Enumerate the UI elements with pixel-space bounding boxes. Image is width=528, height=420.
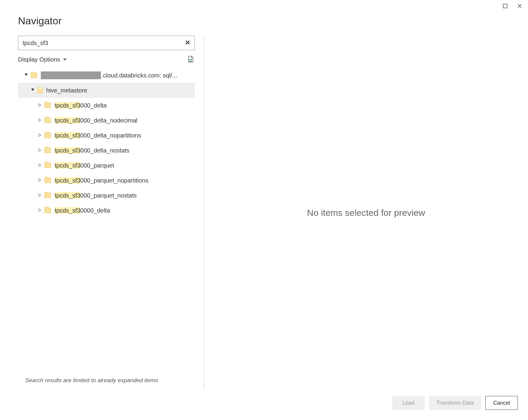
expand-icon[interactable] <box>37 133 43 137</box>
navigator-dialog: Navigator Display Options <box>0 0 528 420</box>
tree-schema-item[interactable]: tpcds_sf3000_parquet_nostats <box>18 188 195 203</box>
tree-schema-item[interactable]: tpcds_sf3000_parquet <box>18 158 195 173</box>
schema-label: tpcds_sf3000_delta_nopartitions <box>55 132 141 139</box>
schema-label: tpcds_sf3000_parquet <box>55 162 114 169</box>
folder-icon <box>44 148 51 153</box>
tree-database-hive-metastore[interactable]: hive_metastore <box>18 83 195 98</box>
chevron-down-icon <box>63 59 67 61</box>
svg-marker-8 <box>38 119 41 122</box>
cancel-button[interactable]: Cancel <box>485 396 518 410</box>
tree-schema-item[interactable]: tpcds_sf3000_delta <box>18 98 195 113</box>
expand-icon[interactable] <box>37 193 43 198</box>
expand-icon[interactable] <box>37 148 43 153</box>
schema-label: tpcds_sf3000_delta <box>55 102 107 109</box>
expand-icon[interactable] <box>37 118 43 122</box>
tree-root-connection[interactable]: .cloud.databricks.com: sql/... <box>18 68 195 83</box>
refresh-button[interactable] <box>187 55 195 64</box>
folder-icon <box>44 163 51 168</box>
folder-icon <box>44 118 51 123</box>
svg-marker-13 <box>38 194 41 197</box>
schema-label: tpcds_sf30000_delta <box>55 207 110 214</box>
folder-icon <box>44 133 51 138</box>
dialog-button-bar: Load Transform Data Cancel <box>392 396 518 410</box>
schema-label: tpcds_sf3000_parquet_nopartitions <box>55 177 148 184</box>
svg-marker-10 <box>38 149 41 152</box>
connection-label-suffix: .cloud.databricks.com: sql/... <box>101 72 177 79</box>
dialog-title: Navigator <box>0 12 528 27</box>
preview-empty-message: No items selected for preview <box>307 208 425 218</box>
schema-label: tpcds_sf3000_delta_nodecimal <box>55 117 137 124</box>
tree-schema-item[interactable]: tpcds_sf3000_delta_nostats <box>18 143 195 158</box>
svg-marker-11 <box>38 164 41 167</box>
close-icon <box>185 40 190 45</box>
search-limit-hint: Search results are limited to already ex… <box>18 373 195 384</box>
maximize-icon <box>503 4 508 8</box>
tree-schema-item[interactable]: tpcds_sf30000_delta <box>18 203 195 218</box>
load-button[interactable]: Load <box>392 396 425 410</box>
clear-search-button[interactable] <box>184 39 192 47</box>
database-label: hive_metastore <box>46 87 87 94</box>
schema-label: tpcds_sf3000_parquet_nostats <box>55 192 137 199</box>
folder-icon <box>44 208 51 213</box>
folder-icon <box>31 73 37 78</box>
svg-marker-14 <box>38 209 41 212</box>
svg-marker-6 <box>31 89 34 91</box>
navigator-left-panel: Display Options <box>18 36 204 390</box>
svg-marker-9 <box>38 134 41 137</box>
refresh-file-icon <box>188 56 194 63</box>
transform-data-button[interactable]: Transform Data <box>429 396 481 410</box>
tree-schema-item[interactable]: tpcds_sf3000_delta_nodecimal <box>18 113 195 128</box>
svg-marker-12 <box>38 179 41 182</box>
display-options-dropdown[interactable]: Display Options <box>18 56 67 63</box>
expand-icon[interactable] <box>37 103 43 107</box>
close-window-button[interactable] <box>517 3 523 9</box>
schema-label: tpcds_sf3000_delta_nostats <box>55 147 129 154</box>
collapse-icon[interactable] <box>30 88 35 92</box>
svg-marker-7 <box>38 104 41 107</box>
svg-marker-5 <box>25 74 28 76</box>
expand-icon[interactable] <box>37 208 43 213</box>
search-field-wrap <box>18 36 195 50</box>
display-options-label: Display Options <box>18 56 60 63</box>
folder-icon <box>44 193 51 198</box>
redacted-hostname <box>41 71 101 79</box>
tree-schema-item[interactable]: tpcds_sf3000_delta_nopartitions <box>18 128 195 143</box>
preview-panel: No items selected for preview <box>204 36 528 390</box>
navigator-tree[interactable]: .cloud.databricks.com: sql/... hive_meta… <box>18 68 195 373</box>
svg-rect-0 <box>503 4 507 8</box>
folder-icon <box>44 103 51 108</box>
collapse-icon[interactable] <box>23 73 29 77</box>
expand-icon[interactable] <box>37 178 43 183</box>
tree-schema-item[interactable]: tpcds_sf3000_parquet_nopartitions <box>18 173 195 188</box>
database-icon <box>37 87 43 94</box>
maximize-button[interactable] <box>502 3 508 9</box>
titlebar <box>0 0 528 12</box>
close-icon <box>517 4 522 8</box>
folder-icon <box>44 178 51 183</box>
search-input[interactable] <box>18 36 195 50</box>
expand-icon[interactable] <box>37 163 43 168</box>
